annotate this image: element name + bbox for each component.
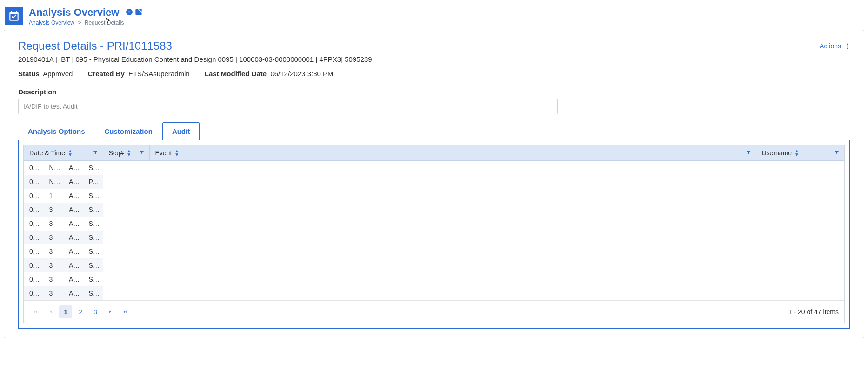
col-header-event[interactable]: Event ▲▼ — [149, 145, 756, 161]
cell-date: 06/12/2023 3:00 PM — [24, 217, 44, 231]
cell-date: 06/12/2023 3:00 PM — [24, 258, 44, 272]
help-icon[interactable]: ? — [126, 8, 133, 17]
status-label: Status — [18, 70, 40, 78]
pager-page-2[interactable]: 2 — [74, 305, 87, 318]
pager-first[interactable] — [29, 305, 42, 318]
actions-menu[interactable]: Actions ⋮ — [820, 42, 850, 50]
filter-icon[interactable] — [834, 149, 840, 157]
cell-event: Analysis Option 'Comparisons/determined … — [63, 203, 83, 217]
cell-seq: 3 — [44, 203, 64, 217]
actions-label: Actions — [820, 42, 841, 50]
cell-event: Analysis Option 'Dif Processing Options/… — [63, 286, 83, 300]
filter-icon[interactable] — [139, 149, 145, 157]
sort-icon: ▲▼ — [795, 149, 799, 157]
pager-prev[interactable] — [44, 305, 57, 318]
table-row[interactable]: 06/12/2023 3:15 PMN/AAnalysis Request St… — [24, 175, 103, 189]
table-row[interactable]: 06/12/2023 3:00 PM3Analysis Option 'Dif … — [24, 244, 103, 258]
cell-date: 06/12/2023 3:00 PM — [24, 203, 44, 217]
table-row[interactable]: 06/12/2023 3:00 PM3Analysis Option 'Comp… — [24, 231, 103, 244]
filter-icon[interactable] — [93, 149, 98, 157]
table-row[interactable]: 06/12/2023 3:30 PMN/AAnalysis Request St… — [24, 161, 103, 175]
cell-date: 06/12/2023 3:30 PM — [24, 161, 44, 175]
cell-event: Analysis Option 'Dif Processing Options/… — [63, 244, 83, 258]
table-row[interactable]: 06/12/2023 3:00 PM3Analysis Option 'Comp… — [24, 217, 103, 231]
cell-seq: 1 — [44, 189, 64, 203]
page-title: Analysis Overview — [29, 7, 119, 19]
col-header-date[interactable]: Date & Time ▲▼ — [24, 145, 103, 161]
sort-icon: ▲▼ — [174, 149, 179, 157]
cell-user: SAsuperadmin — [83, 231, 103, 244]
cell-seq: N/A — [44, 161, 64, 175]
cell-date: 06/12/2023 3:15 PM — [24, 175, 44, 189]
cell-seq: 3 — [44, 258, 64, 272]
cell-date: 06/12/2023 3:00 PM — [24, 231, 44, 244]
tab-analysis-options[interactable]: Analysis Options — [18, 122, 95, 140]
cell-seq: 3 — [44, 231, 64, 244]
description-input[interactable] — [18, 99, 558, 114]
table-row[interactable]: 06/12/2023 3:00 PM3Analysis Option 'Comp… — [24, 203, 103, 217]
pager-next[interactable] — [104, 305, 117, 318]
pager-last[interactable] — [119, 305, 132, 318]
status-value: Approved — [43, 70, 73, 78]
cell-user: SAsuperadmin — [83, 217, 103, 231]
cell-user: SAsuperadmin — [83, 272, 103, 286]
table-row[interactable]: 06/12/2023 3:00 PM3Analysis Option 'Dif … — [24, 286, 103, 300]
pager-page-1[interactable]: 1 — [59, 305, 72, 318]
svg-text:?: ? — [128, 10, 131, 14]
cell-seq: 3 — [44, 286, 64, 300]
table-row[interactable]: 06/12/2023 3:00 PM3Analysis Option 'Dif … — [24, 258, 103, 272]
cell-user: SAsuperadmin — [83, 161, 103, 175]
tab-audit[interactable]: Audit — [162, 122, 200, 140]
cell-user: SAsuperadmin — [83, 258, 103, 272]
cell-event: Analysis Option 'Comparisons/Group Requi… — [63, 217, 83, 231]
cell-event: Analysis Request Status updated to Run C… — [63, 175, 83, 189]
pager-info: 1 - 20 of 47 items — [788, 308, 839, 316]
last-modified-label: Last Modified Date — [205, 70, 267, 78]
col-header-seq[interactable]: Seq# ▲▼ — [103, 145, 149, 161]
filter-icon[interactable] — [746, 149, 751, 157]
table-row[interactable]: 06/12/2023 3:00 PM3Analysis Option 'Dif … — [24, 272, 103, 286]
cell-event: Analysis Option 'Comparisons/Group Requi… — [63, 231, 83, 244]
cell-event: Analysis Option 'Dif Processing Options/… — [63, 258, 83, 272]
card-title: Request Details - PRI/1011583 — [18, 40, 172, 53]
breadcrumb-current: Request Details — [85, 20, 124, 26]
tab-customization[interactable]: Customization — [95, 122, 162, 140]
cell-seq: 3 — [44, 272, 64, 286]
table-row[interactable]: 06/12/2023 3:04 PM1Analysis Option 'Corr… — [24, 189, 103, 203]
cell-user: SAsuperadmin — [83, 203, 103, 217]
cell-event: Analysis Option 'Correlations & Reliabil… — [63, 189, 83, 203]
card-subheader: 20190401A | IBT | 095 - Physical Educati… — [18, 55, 850, 63]
breadcrumb: Analysis Overview > Request Details — [29, 20, 142, 26]
kebab-icon: ⋮ — [844, 42, 850, 50]
cell-user: SAsuperadmin — [83, 244, 103, 258]
cell-date: 06/12/2023 3:00 PM — [24, 286, 44, 300]
description-label: Description — [18, 88, 850, 96]
popout-icon[interactable] — [135, 8, 142, 17]
sort-icon: ▲▼ — [68, 149, 73, 157]
cell-event: Analysis Option 'Dif Processing Options/… — [63, 272, 83, 286]
cell-seq: 3 — [44, 217, 64, 231]
breadcrumb-root[interactable]: Analysis Overview — [29, 20, 74, 26]
cell-user: PARCORE_SYSTEM_USER — [83, 175, 103, 189]
cell-date: 06/12/2023 3:04 PM — [24, 189, 44, 203]
pager-page-3[interactable]: 3 — [89, 305, 102, 318]
app-icon — [5, 7, 23, 25]
cell-date: 06/12/2023 3:00 PM — [24, 244, 44, 258]
created-by-label: Created By — [88, 70, 125, 78]
sort-icon: ▲▼ — [127, 149, 131, 157]
cell-date: 06/12/2023 3:00 PM — [24, 272, 44, 286]
created-by-value: ETS/SAsuperadmin — [128, 70, 190, 78]
cell-seq: 3 — [44, 244, 64, 258]
last-modified-value: 06/12/2023 3:30 PM — [270, 70, 333, 78]
col-header-user[interactable]: Username ▲▼ — [756, 145, 844, 161]
cell-event: Analysis Request Status updated to Appro… — [63, 161, 83, 175]
cell-user: SAsuperadmin — [83, 286, 103, 300]
cell-user: SAsuperadmin — [83, 189, 103, 203]
cell-seq: N/A — [44, 175, 64, 189]
